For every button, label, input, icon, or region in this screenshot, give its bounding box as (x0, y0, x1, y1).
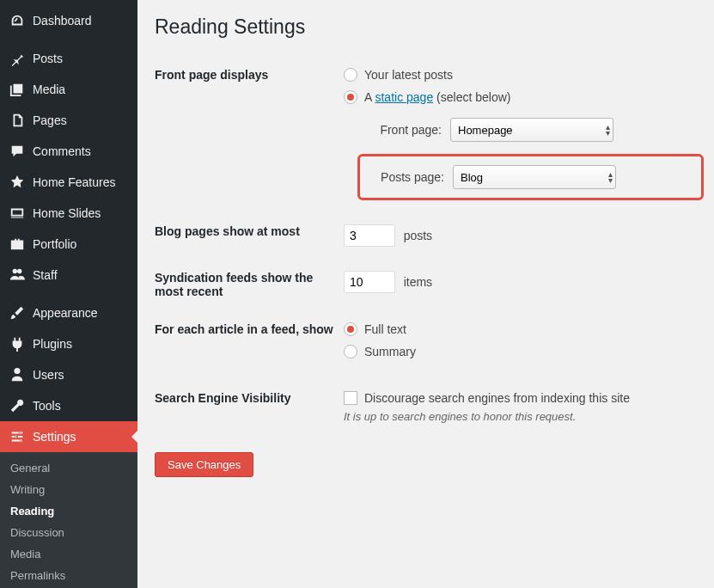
front-page-select-row: Front page: Homepage ▴▾ (364, 118, 697, 142)
syndication-input[interactable] (344, 271, 395, 293)
radio-full-text[interactable] (344, 322, 357, 336)
menu-posts[interactable]: Posts (0, 43, 137, 74)
dashboard-icon (9, 12, 26, 29)
search-vis-desc: It is up to search engines to honor this… (344, 410, 697, 423)
content-area: Reading Settings Front page displays You… (137, 0, 714, 588)
posts-page-select-label: Posts page: (367, 170, 444, 184)
menu-label: Portfolio (33, 237, 76, 251)
check-search-vis-text: Discourage search engines from indexing … (364, 391, 630, 405)
blog-pages-input[interactable] (344, 224, 395, 247)
radio-static-page-label[interactable]: A static page (select below) (344, 90, 697, 104)
submenu-discussion[interactable]: Discussion (0, 522, 137, 543)
menu-label: Settings (33, 430, 76, 444)
menu-tools[interactable]: Tools (0, 390, 137, 421)
front-page-select-label: Front page: (364, 123, 442, 137)
row-blog-pages: Blog pages show at most posts (155, 212, 697, 259)
menu-label: Posts (33, 52, 63, 65)
sliders-icon (9, 428, 26, 445)
page-selects: Front page: Homepage ▴▾ Posts page: (364, 118, 697, 200)
menu-dashboard[interactable]: Dashboard (0, 5, 137, 36)
menu-label: Pages (33, 113, 67, 127)
menu-settings[interactable]: Settings (0, 421, 137, 452)
comment-icon (9, 143, 26, 160)
row-syndication: Syndication feeds show the most recent i… (155, 259, 697, 310)
menu-label: Media (33, 83, 65, 96)
admin-sidebar: Dashboard Posts Media Pages Comments Hom… (0, 0, 137, 588)
users-icon (9, 266, 26, 284)
label-search-vis: Search Engine Visibility (155, 391, 344, 405)
radio-summary[interactable] (344, 345, 357, 358)
menu-media[interactable]: Media (0, 74, 137, 105)
save-button[interactable]: Save Changes (155, 452, 253, 477)
radio-summary-text: Summary (364, 345, 416, 358)
radio-latest-posts-label[interactable]: Your latest posts (344, 68, 697, 82)
radio-static-page[interactable] (344, 90, 357, 104)
posts-page-select-row: Posts page: Blog ▴▾ (357, 154, 704, 200)
radio-full-text-label[interactable]: Full text (344, 322, 697, 336)
posts-page-select[interactable]: Blog (453, 165, 616, 189)
menu-label: Home Slides (33, 206, 101, 220)
settings-submenu: General Writing Reading Discussion Media… (0, 452, 137, 588)
menu-appearance[interactable]: Appearance (0, 297, 137, 328)
slides-icon (9, 205, 26, 222)
radio-summary-label[interactable]: Summary (344, 345, 697, 358)
front-page-select[interactable]: Homepage (450, 118, 613, 142)
check-search-vis[interactable] (344, 391, 357, 405)
pages-icon (9, 112, 26, 129)
wrench-icon (9, 397, 26, 414)
menu-pages[interactable]: Pages (0, 105, 137, 136)
menu-plugins[interactable]: Plugins (0, 328, 137, 359)
menu-comments[interactable]: Comments (0, 136, 137, 167)
menu-top: Dashboard (0, 0, 137, 36)
user-icon (9, 366, 26, 383)
submenu-writing[interactable]: Writing (0, 479, 137, 500)
menu-home-features[interactable]: Home Features (0, 167, 137, 198)
media-icon (9, 81, 26, 98)
portfolio-icon (9, 236, 26, 253)
page-title: Reading Settings (155, 15, 697, 39)
menu-label: Appearance (33, 306, 98, 320)
brush-icon (9, 304, 26, 322)
radio-full-text-text: Full text (364, 322, 406, 336)
settings-form: Front page displays Your latest posts A … (155, 56, 697, 435)
radio-latest-text: Your latest posts (364, 68, 453, 82)
pin-icon (9, 50, 26, 67)
menu-label: Dashboard (33, 14, 92, 28)
menu-label: Staff (33, 268, 58, 282)
menu-users[interactable]: Users (0, 359, 137, 390)
menu-label: Comments (33, 144, 91, 158)
static-page-link[interactable]: static page (375, 90, 433, 104)
star-icon (9, 174, 26, 191)
label-syndication: Syndication feeds show the most recent (155, 271, 344, 298)
row-search-vis: Search Engine Visibility Discourage sear… (155, 379, 697, 435)
menu-label: Tools (33, 399, 61, 413)
check-search-vis-label[interactable]: Discourage search engines from indexing … (344, 391, 697, 405)
menu-label: Plugins (33, 337, 72, 351)
menu-label: Users (33, 368, 64, 382)
label-feed-content: For each article in a feed, show (155, 322, 344, 336)
menu-home-slides[interactable]: Home Slides (0, 198, 137, 229)
label-front-page: Front page displays (155, 68, 344, 82)
menu-portfolio[interactable]: Portfolio (0, 229, 137, 260)
radio-static-text: A static page (select below) (364, 90, 510, 104)
submenu-media[interactable]: Media (0, 543, 137, 565)
plug-icon (9, 335, 26, 352)
row-feed-content: For each article in a feed, show Full te… (155, 310, 697, 379)
radio-latest-posts[interactable] (344, 68, 357, 82)
submenu-permalinks[interactable]: Permalinks (0, 565, 137, 586)
menu-staff[interactable]: Staff (0, 260, 137, 291)
menu-label: Home Features (33, 175, 115, 189)
submenu-reading[interactable]: Reading (0, 500, 137, 522)
submenu-general[interactable]: General (0, 457, 137, 479)
blog-pages-unit: posts (404, 229, 432, 242)
syndication-unit: items (404, 275, 432, 289)
row-front-page: Front page displays Your latest posts A … (155, 56, 697, 212)
label-blog-pages: Blog pages show at most (155, 224, 344, 238)
